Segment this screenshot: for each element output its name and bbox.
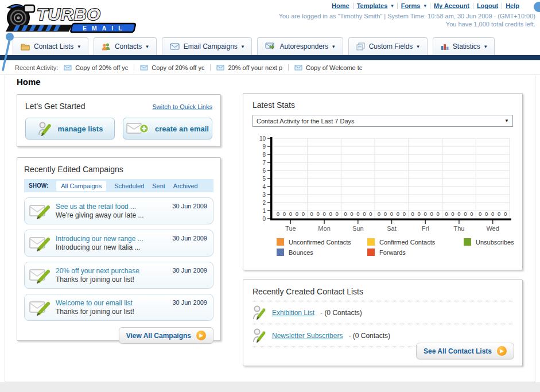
nav-forms-link[interactable]: Forms bbox=[401, 2, 421, 9]
filter-sent[interactable]: Sent bbox=[152, 183, 165, 189]
envelope-icon bbox=[294, 65, 302, 71]
tab-autoresponders[interactable]: Autoresponders ▾ bbox=[257, 37, 343, 55]
recent-activity-item[interactable]: 20% off your next p bbox=[216, 64, 282, 71]
recent-activity-label: Recent Activity: bbox=[15, 64, 58, 71]
campaign-title-link[interactable]: Welcome to our email list bbox=[56, 299, 167, 308]
campaign-subtitle: We're giving away our late ... bbox=[56, 211, 167, 220]
tab-label: Statistics bbox=[453, 42, 480, 51]
turbo-email-logo[interactable]: TURBO EMAIL bbox=[3, 2, 147, 34]
view-all-campaigns-button[interactable]: View All Campaigns ▶ bbox=[119, 327, 213, 344]
recent-activity-item[interactable]: Copy of 20% off yc bbox=[140, 64, 204, 71]
envelope-icon bbox=[140, 65, 148, 71]
svg-text:0: 0 bbox=[485, 211, 488, 217]
contact-list-row: Exhibition List - (0 Contacts) bbox=[252, 301, 513, 324]
svg-text:0: 0 bbox=[498, 211, 500, 217]
page-title: Home bbox=[17, 77, 41, 87]
campaign-card[interactable]: See us at the retail food ... We're givi… bbox=[24, 197, 213, 224]
campaign-title-link[interactable]: See us at the retail food ... bbox=[56, 203, 167, 211]
svg-text:2: 2 bbox=[262, 200, 266, 206]
tab-email-campaigns[interactable]: Email Campaigns ▾ bbox=[162, 37, 252, 55]
svg-text:Sat: Sat bbox=[387, 225, 397, 232]
svg-text:0: 0 bbox=[344, 211, 347, 217]
tab-label: Contact Lists bbox=[34, 42, 73, 51]
svg-text:Thu: Thu bbox=[453, 225, 464, 232]
filter-archived[interactable]: Archived bbox=[173, 183, 198, 189]
svg-text:0: 0 bbox=[424, 211, 427, 217]
nav-separator bbox=[502, 3, 502, 9]
turbo-email-home-page: TURBO EMAIL Home Templates ▾ Forms ▾ My … bbox=[0, 0, 540, 392]
svg-text:0: 0 bbox=[403, 211, 406, 217]
nav-home-link[interactable]: Home bbox=[332, 2, 349, 9]
nav-separator bbox=[397, 3, 398, 9]
svg-text:EMAIL: EMAIL bbox=[83, 25, 127, 32]
activity-separator bbox=[134, 64, 134, 71]
filter-all-campaigns[interactable]: All Campaigns bbox=[56, 181, 106, 191]
campaign-date: 30 Jun 2009 bbox=[172, 299, 207, 306]
svg-text:0: 0 bbox=[491, 211, 494, 217]
tab-custom-fields[interactable]: Custom Fields ▾ bbox=[348, 37, 428, 55]
recent-activity-item[interactable]: Copy of Welcome tc bbox=[294, 64, 362, 71]
latest-stats-panel: Latest Stats Contact Activity for the La… bbox=[243, 93, 523, 270]
tab-contact-lists[interactable]: Contact Lists ▾ bbox=[13, 37, 88, 55]
svg-text:6: 6 bbox=[262, 168, 266, 174]
create-an-email-button[interactable]: create an email bbox=[123, 118, 212, 139]
svg-text:Sun: Sun bbox=[352, 225, 364, 232]
filter-scheduled[interactable]: Scheduled bbox=[114, 183, 144, 189]
nav-my-account-link[interactable]: My Account bbox=[434, 2, 469, 9]
contact-list-link[interactable]: Exhibition List bbox=[272, 309, 314, 317]
campaign-card[interactable]: 20% off your next purchase Thanks for jo… bbox=[24, 262, 213, 289]
custom-fields-icon bbox=[356, 42, 365, 51]
svg-text:0: 0 bbox=[504, 211, 507, 217]
campaign-subtitle: Thanks for joining our list! bbox=[56, 308, 167, 316]
campaign-subtitle: Introducing our new Italia ... bbox=[56, 243, 167, 252]
envelope-icon bbox=[216, 65, 224, 71]
see-all-contact-lists-button[interactable]: See All Contact Lists ▶ bbox=[416, 343, 514, 359]
top-nav: Home Templates ▾ Forms ▾ My Account Logo… bbox=[332, 2, 519, 9]
nav-templates-link[interactable]: Templates bbox=[357, 2, 388, 9]
legend-item: Confirmed Contacts bbox=[367, 238, 464, 246]
recent-activity-item[interactable]: Copy of 20% off yc bbox=[64, 64, 128, 71]
campaign-edit-icon bbox=[29, 235, 50, 251]
nav-logout-link[interactable]: Logout bbox=[477, 2, 498, 9]
tab-label: Email Campaigns bbox=[184, 42, 238, 51]
svg-text:7: 7 bbox=[262, 160, 266, 166]
svg-text:1: 1 bbox=[262, 208, 266, 214]
campaigns-title: Recently Edited Campaigns bbox=[24, 165, 213, 174]
login-status-text: You are logged in as "Timothy Smith" | S… bbox=[279, 12, 535, 20]
chevron-down-icon: ▾ bbox=[484, 44, 487, 49]
chevron-down-icon: ▾ bbox=[417, 44, 419, 49]
recently-edited-campaigns-panel: Recently Edited Campaigns SHOW: All Camp… bbox=[17, 157, 221, 341]
manage-lists-button[interactable]: manage lists bbox=[25, 118, 115, 139]
legend-item: Forwards bbox=[367, 249, 464, 256]
stats-period-dropdown[interactable]: Contact Activity for the Last 7 Days ▼ bbox=[252, 115, 513, 127]
svg-text:0: 0 bbox=[277, 211, 279, 217]
chevron-down-icon: ▾ bbox=[77, 44, 80, 49]
legend-item: Unconfirmed Contacts bbox=[277, 238, 367, 246]
svg-text:Fri: Fri bbox=[422, 225, 429, 232]
contact-list-edit-icon bbox=[252, 305, 266, 320]
svg-text:9: 9 bbox=[262, 143, 266, 150]
contact-list-link[interactable]: Newsletter Subscribers bbox=[272, 332, 343, 340]
svg-text:0: 0 bbox=[283, 211, 286, 217]
svg-text:5: 5 bbox=[262, 176, 266, 182]
nav-separator bbox=[473, 3, 473, 9]
chevron-down-icon: ▾ bbox=[424, 3, 426, 9]
campaign-card[interactable]: Introducing our new range ... Introducin… bbox=[24, 230, 213, 257]
switch-to-quick-links[interactable]: Switch to Quick Links bbox=[152, 103, 212, 110]
get-started-panel: Let's Get Started Switch to Quick Links … bbox=[17, 94, 221, 147]
campaign-card[interactable]: Welcome to our email list Thanks for joi… bbox=[24, 294, 213, 321]
nav-help-link[interactable]: Help bbox=[506, 2, 519, 9]
main-content: Home Let's Get Started Switch to Quick L… bbox=[5, 75, 535, 382]
tab-label: Custom Fields bbox=[369, 42, 413, 51]
svg-text:0: 0 bbox=[397, 211, 399, 217]
svg-text:0: 0 bbox=[356, 211, 359, 217]
campaign-title-link[interactable]: Introducing our new range ... bbox=[56, 235, 167, 243]
svg-text:3: 3 bbox=[262, 192, 266, 198]
page-footer bbox=[0, 382, 540, 392]
contact-lists-icon bbox=[21, 42, 30, 51]
svg-text:0: 0 bbox=[335, 211, 338, 217]
tab-contacts[interactable]: Contacts ▾ bbox=[94, 37, 157, 55]
tab-statistics[interactable]: Statistics ▾ bbox=[433, 37, 495, 55]
svg-text:0: 0 bbox=[296, 211, 298, 217]
campaign-title-link[interactable]: 20% off your next purchase bbox=[56, 267, 167, 275]
